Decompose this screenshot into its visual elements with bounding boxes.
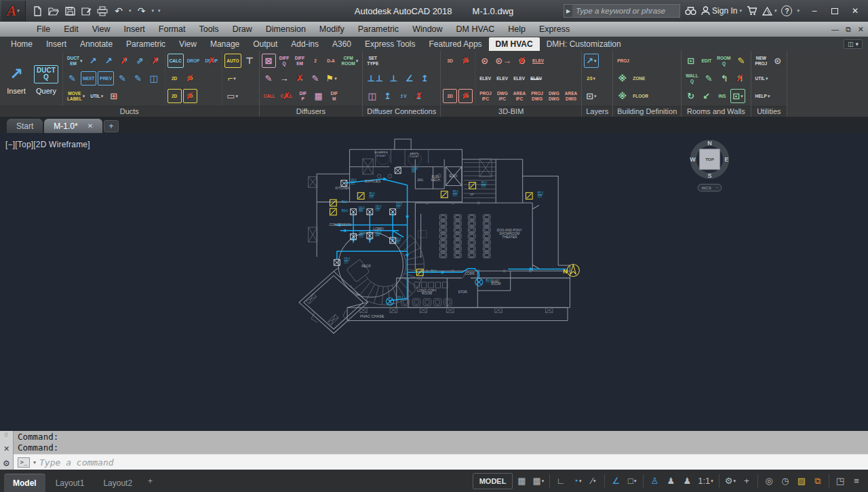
duct-query-button[interactable]: DUCT QQuery [32,52,60,105]
ribbon-icon-[interactable]: ✎ [65,71,79,86]
doc-close-icon[interactable]: ✕ [858,25,864,34]
ribbon-icon-[interactable]: ◫ [365,89,379,103]
ribbon-icon-cfm-room[interactable]: CFM ROOM▾ [340,54,361,68]
ribbon-icon-[interactable]: ⊥⊥ [365,71,385,86]
ribbon-icon-elev[interactable]: ELEV [494,71,510,86]
ribbon-tab-parametric[interactable]: Parametric [119,37,172,51]
autoscale-icon[interactable]: ♟ [663,473,678,489]
menu-dimension[interactable]: Dimension [259,22,313,37]
ribbon-icon-d-a[interactable]: D-A [324,54,338,68]
menu-format[interactable]: Format [152,22,193,37]
qat-customize-icon[interactable]: ▾ [158,8,161,14]
file-tab-close-icon[interactable]: ✕ [87,122,93,130]
help-icon[interactable]: ? [781,5,792,16]
ribbon-icon-diff-em[interactable]: DIFF EM [293,54,307,68]
ribbon-icon-proj[interactable]: PROJ [615,54,631,68]
ribbon-icon-elev[interactable]: ELEV [477,71,493,86]
doc-restore-icon[interactable]: ⧉ [846,25,851,34]
ribbon-icon-3d[interactable]: 3D✗ [458,54,473,68]
ribbon-icon-[interactable]: ↰✗ [733,71,747,86]
doc-minimize-icon[interactable]: — [831,25,839,33]
ribbon-tab-dmh-customization[interactable]: DMH: Customization [540,37,628,51]
ribbon-icon-[interactable]: ⇗ [133,54,147,68]
ribbon-icon-ins[interactable]: INS [715,89,729,103]
minimize-button[interactable]: – [804,0,825,22]
clock-icon[interactable]: ◷ [778,473,793,489]
ribbon-icon-2-3[interactable]: 2⁄3▾ [584,71,598,86]
ribbon-icon-elev[interactable]: ELEV [511,71,527,86]
customization-menu-icon[interactable]: ≡ [849,473,864,489]
ribbon-icon-v[interactable]: ↥V [396,89,410,103]
command-input[interactable] [39,457,864,468]
layout-tab-model[interactable]: Model [4,474,45,492]
new-drawing-tab-button[interactable]: + [104,120,119,132]
ribbon-tab-a360[interactable]: A360 [326,37,358,51]
redo-caret-icon[interactable]: ▾ [152,8,155,14]
ribbon-tab-add-ins[interactable]: Add-ins [284,37,326,51]
menu-tools[interactable]: Tools [192,22,225,37]
ribbon-icon-[interactable]: ✎ [115,71,130,86]
ribbon-icon-[interactable]: ↥✗ [412,89,426,103]
ribbon-icon-help[interactable]: HELP▾ [753,89,772,103]
ribbon-icon-[interactable]: ↥ [418,71,432,86]
ribbon-icon-[interactable]: ◫ [146,71,161,86]
ribbon-icon-[interactable]: ⊥ [387,71,401,86]
ribbon-icon-[interactable]: ↗✗ [149,54,163,68]
ribbon-icon-call[interactable]: CALL✗ [279,89,294,103]
search-input[interactable] [572,5,679,17]
ribbon-icon-[interactable]: ✎ [262,71,276,86]
menu-dm-hvac[interactable]: DM HVAC [450,22,502,37]
ribbon-icon-dif-m[interactable]: DIF M [327,89,341,103]
undo-button[interactable]: ↶ [113,5,125,17]
graphics-performance-icon[interactable]: ▨ [794,473,809,489]
ribbon-icon-[interactable]: ↗ [86,54,100,68]
menu-express[interactable]: Express [532,22,576,37]
ribbon-icon-[interactable]: →✗ [293,71,307,86]
sign-in-control[interactable]: Sign In ▾ [701,6,742,16]
annotation-scale-value[interactable]: 1:1▾ [696,473,715,489]
ribbon-icon-[interactable]: ⊙ [770,54,785,68]
viewcube-east[interactable]: E [724,156,728,163]
ribbon-tab-annotate[interactable]: Annotate [73,37,119,51]
ribbon-icon-edit[interactable]: EDIT [699,54,713,68]
ribbon-icon-[interactable]: ※ [615,71,629,86]
annotation-scale-icon[interactable]: ♟ [679,473,694,489]
ribbon-icon-duct-em[interactable]: DUCT EM▾ [65,54,85,68]
a360-icon[interactable]: ▾ [762,7,777,16]
ribbon-icon-drop[interactable]: DROP✗ [203,54,220,68]
trace-icon[interactable]: ⧉ [810,473,825,489]
viewcube-west[interactable]: W [690,156,696,163]
viewcube-south[interactable]: S [708,172,712,179]
ribbon-icon-diff-q[interactable]: DIFF Q [277,54,292,68]
ribbon-icon-util[interactable]: UTIL▾ [88,89,105,103]
menu-draw[interactable]: Draw [226,22,259,37]
ribbon-icon-[interactable]: ✎ [309,71,323,86]
ribbon-icon-elev[interactable]: ELEV [530,54,546,68]
ribbon-icon-dwg-dwg[interactable]: DWG DWG [547,89,561,103]
file-tab-start[interactable]: Start [7,119,43,133]
object-snap-tracking-icon[interactable]: ∠ [608,473,623,489]
ribbon-tab-insert[interactable]: Insert [39,37,73,51]
ribbon-icon-2d[interactable]: 2D [167,71,182,86]
ribbon-icon-[interactable]: ↙ [699,89,713,103]
ribbon-tab-express-tools[interactable]: Express Tools [358,37,422,51]
object-snap-icon[interactable]: □▾ [625,473,639,489]
ribbon-icon-[interactable]: ↗ [102,54,116,68]
ribbon-tab-output[interactable]: Output [246,37,284,51]
ribbon-icon-2d[interactable]: 2D [167,89,182,103]
ribbon-icon-[interactable]: ✎ [131,71,145,86]
ribbon-icon-[interactable]: ∠ [402,71,416,86]
ribbon-icon-util[interactable]: UTIL▾ [753,71,770,86]
ribbon-icon-2[interactable]: 2 [309,54,323,68]
command-line-grip[interactable]: ⠿ ✕ ⚙ [0,431,14,470]
ribbon-icon-proj-ifc[interactable]: PROJ IFC [477,89,494,103]
clean-screen-icon[interactable]: ◳ [833,473,848,489]
ribbon-icon-dwg-ifc[interactable]: DWG IFC [495,89,510,103]
app-store-cart-icon[interactable] [747,6,757,16]
ribbon-icon-[interactable]: ↰ [717,71,732,86]
maximize-button[interactable] [825,0,845,22]
ribbon-icon-[interactable]: ⊙ [477,54,492,68]
annotation-visibility-icon[interactable]: ♙ [647,473,662,489]
ribbon-icon-zone[interactable]: ZONE [631,71,647,86]
save-as-button[interactable] [80,5,92,17]
